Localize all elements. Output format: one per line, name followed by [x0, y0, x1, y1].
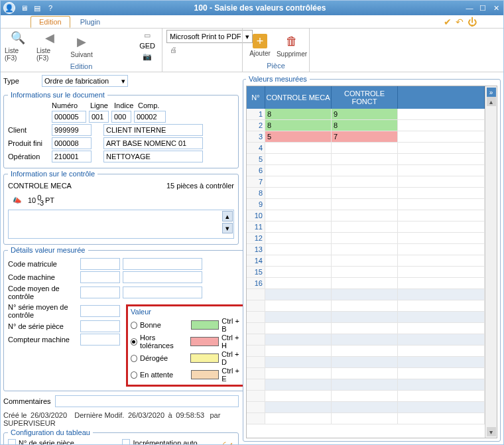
code-moyen-name-field[interactable] [123, 286, 202, 298]
ajouter-button[interactable]: + Ajouter [247, 34, 273, 57]
table-row[interactable]: 13 [247, 244, 485, 255]
table-row[interactable] [247, 346, 485, 357]
ribbon: 🔍 Liste (F3) ◀ Liste (F3) ▶ Suivant ▭ GE… [1, 29, 503, 72]
radio-icon[interactable] [131, 355, 137, 362]
table-row[interactable]: 6 [247, 165, 485, 176]
code-matricule-field[interactable] [80, 258, 120, 270]
config-fieldset: Configuration du tableau N° de série piè… [3, 428, 239, 444]
ligne-field[interactable] [89, 111, 109, 123]
avatar-icon[interactable]: 👤 [3, 2, 15, 14]
table-row[interactable] [247, 312, 485, 323]
liste-prev-button[interactable]: ◀ Liste (F3) [36, 30, 63, 62]
valeur-option-0[interactable]: Bonne Ctrl + B [131, 317, 243, 333]
controle-notes[interactable] [8, 210, 234, 239]
layers-icon[interactable]: ▤ [32, 3, 42, 13]
controle-info-fieldset: Information sur le contrôle CONTROLE MEC… [3, 170, 239, 245]
table-row[interactable] [247, 334, 485, 346]
close-icon[interactable]: ✕ [491, 3, 501, 13]
type-select[interactable]: Ordre de fabrication ▾ [42, 75, 128, 87]
comp-field[interactable] [134, 111, 166, 123]
code-moyen-field[interactable] [80, 286, 120, 298]
radio-icon[interactable] [131, 322, 137, 329]
valeur-option-2[interactable]: Dérogée Ctrl + D [131, 350, 243, 366]
scroll-down-button[interactable]: ▾ [222, 223, 233, 233]
print-icon[interactable]: 🖨 [166, 44, 180, 55]
table-row[interactable]: 10 [247, 210, 485, 222]
minimize-icon[interactable]: — [465, 3, 474, 13]
valeur-option-1[interactable]: Hors tolérances Ctrl + H [131, 334, 243, 350]
printer-select[interactable]: Microsoft Print to PDF ▾ [166, 30, 253, 43]
table-row[interactable]: 7 [247, 176, 485, 188]
table-row[interactable]: 16 [247, 278, 485, 289]
document-info-legend: Informations sur le document [8, 91, 107, 99]
checkbox-icon[interactable] [8, 439, 16, 444]
supprimer-button[interactable]: 🗑 Supprimer [279, 33, 305, 58]
table-row[interactable]: 1 8 9 [247, 109, 485, 120]
n-serie-piece-field[interactable] [80, 320, 120, 332]
table-row[interactable]: 14 [247, 255, 485, 267]
maximize-icon[interactable]: ☐ [478, 3, 487, 13]
power-icon[interactable]: ⏻ [468, 17, 477, 27]
type-label: Type [3, 77, 36, 85]
camera-icon[interactable]: 📷 [141, 51, 154, 62]
comment-field[interactable] [55, 395, 239, 407]
operation-name-field[interactable] [103, 151, 203, 162]
table-row[interactable]: 9 [247, 199, 485, 210]
table-row[interactable] [247, 300, 485, 312]
monitor-icon[interactable]: 🖥 [19, 3, 29, 13]
table-row[interactable] [247, 357, 485, 368]
ribbon-group-edition-label: Edition [5, 62, 158, 71]
table-row[interactable]: 2 8 8 [247, 120, 485, 131]
controle-formula: 📣 10 0 -3 PT [8, 192, 234, 208]
table-row[interactable] [247, 402, 485, 413]
table-row[interactable]: 15 [247, 267, 485, 278]
suivant-button[interactable]: ▶ Suivant [68, 34, 95, 58]
validate-icon[interactable]: ✔ [444, 17, 452, 27]
n-serie-moyen-field[interactable] [80, 305, 120, 317]
undo-icon[interactable]: ↶ [456, 17, 464, 27]
tab-edition[interactable]: Edition [31, 16, 70, 28]
scroll-down-icon[interactable]: ▾ [487, 427, 496, 436]
radio-icon[interactable] [131, 338, 137, 346]
tab-plugin[interactable]: Plugin [72, 16, 109, 28]
numero-field[interactable] [52, 111, 86, 123]
table-row[interactable]: 8 [247, 188, 485, 199]
operation-code-field[interactable] [52, 151, 92, 162]
client-name-field[interactable] [103, 124, 203, 136]
ged-icon[interactable]: ▭ [141, 30, 154, 40]
refresh-icon[interactable] [220, 440, 233, 444]
table-row[interactable]: 12 [247, 233, 485, 244]
scroll-up-button[interactable]: ▴ [222, 211, 233, 222]
table-row[interactable]: 11 [247, 222, 485, 233]
table-row[interactable] [247, 323, 485, 334]
client-code-field[interactable] [52, 124, 92, 136]
config-check-2-0[interactable]: Incrémentation auto. [122, 439, 199, 444]
table-row[interactable] [247, 368, 485, 379]
code-machine-name-field[interactable] [123, 271, 202, 283]
help-icon[interactable]: ? [46, 3, 55, 13]
table-row[interactable]: 5 [247, 154, 485, 165]
compteur-field[interactable] [80, 334, 120, 346]
scroll-up-icon[interactable]: ▴ [487, 97, 496, 106]
config-check-1-0[interactable]: N° de série pièce [8, 439, 109, 444]
table-row[interactable] [247, 391, 485, 402]
produit-code-field[interactable] [52, 137, 92, 149]
code-machine-field[interactable] [80, 271, 120, 283]
chevron-left-icon: ◀ [42, 30, 58, 46]
valeur-header: Valeur [131, 308, 243, 316]
config-legend: Configuration du tableau [8, 428, 93, 436]
valeur-option-3[interactable]: En attente Ctrl + E [131, 367, 243, 383]
code-matricule-name-field[interactable] [123, 258, 202, 270]
radio-icon[interactable] [131, 371, 137, 379]
table-scrollbar[interactable]: » ▴ ▾ [485, 86, 497, 438]
table-row[interactable]: 4 [247, 143, 485, 154]
table-row[interactable] [247, 413, 485, 424]
checkbox-icon[interactable] [122, 439, 130, 444]
produit-name-field[interactable] [103, 137, 203, 149]
table-row[interactable] [247, 379, 485, 391]
liste-button[interactable]: 🔍 Liste (F3) [5, 30, 31, 62]
indice-field[interactable] [111, 111, 131, 123]
table-row[interactable]: 3 5 7 [247, 131, 485, 143]
expand-col-icon[interactable]: » [487, 88, 496, 97]
table-row[interactable] [247, 289, 485, 300]
